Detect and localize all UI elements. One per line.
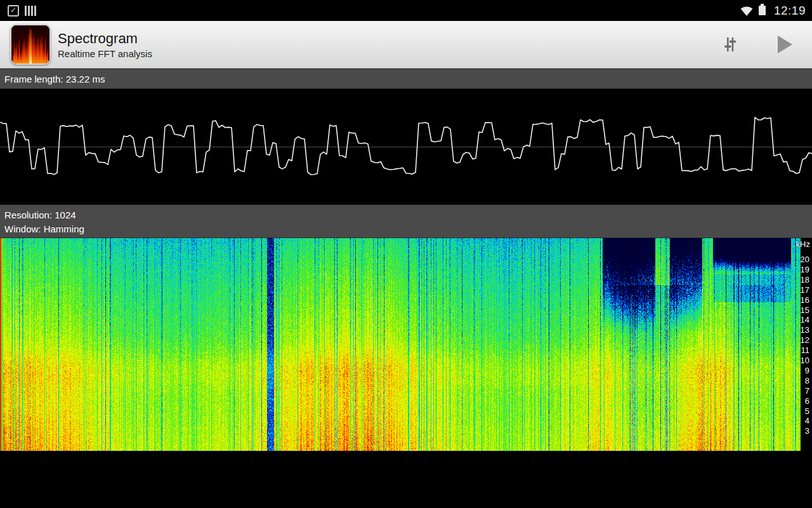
tune-icon bbox=[722, 36, 738, 53]
freq-tick-label: 19 bbox=[801, 265, 809, 274]
analysis-settings-bar: Resolution: 1024 Window: Hamming bbox=[0, 204, 812, 238]
freq-tick-label: 12 bbox=[801, 335, 809, 345]
resolution-label: Resolution: 1024 bbox=[4, 208, 812, 222]
freq-tick-label: 17 bbox=[801, 285, 809, 295]
check-notification-icon: ✓ bbox=[8, 5, 19, 17]
waveform-panel bbox=[0, 89, 812, 204]
freq-tick-label: 20 bbox=[801, 255, 809, 264]
freq-tick-label: 8 bbox=[805, 376, 809, 385]
spectrogram-panel: kHz 20191817161514131211109876543 bbox=[0, 238, 812, 451]
freq-tick-label: 16 bbox=[801, 295, 809, 305]
freq-tick-label: 10 bbox=[801, 356, 809, 365]
freq-tick-label: 13 bbox=[801, 325, 809, 335]
check-glyph: ✓ bbox=[10, 6, 16, 15]
play-icon bbox=[778, 36, 792, 53]
usage-bars-icon bbox=[25, 6, 36, 16]
app-titles: Spectrogram Realtime FFT analysis bbox=[58, 30, 152, 60]
app-icon-art bbox=[11, 25, 49, 64]
battery-icon bbox=[759, 6, 766, 15]
freq-tick-label: 6 bbox=[805, 396, 809, 406]
freq-tick-label: 7 bbox=[805, 386, 809, 396]
status-bar: ✓ 12:19 bbox=[0, 0, 812, 21]
wifi-icon bbox=[740, 5, 754, 17]
freq-tick-label: 9 bbox=[805, 366, 809, 375]
app-icon bbox=[10, 24, 51, 65]
status-time: 12:19 bbox=[774, 4, 806, 18]
window-label: Window: Hamming bbox=[4, 222, 812, 236]
freq-tick-label: 3 bbox=[805, 426, 809, 436]
frequency-scale: kHz 20191817161514131211109876543 bbox=[796, 238, 812, 451]
app-title: Spectrogram bbox=[58, 30, 152, 48]
waveform-plot bbox=[0, 89, 812, 204]
freq-tick-label: 5 bbox=[805, 406, 809, 416]
freq-tick-label: 14 bbox=[801, 315, 809, 324]
app-header: Spectrogram Realtime FFT analysis bbox=[0, 21, 812, 69]
status-system-icons: 12:19 bbox=[740, 4, 806, 18]
freq-tick-label: 4 bbox=[805, 416, 809, 425]
frame-length-label: Frame length: 23.22 ms bbox=[4, 74, 105, 84]
spectrogram-plot bbox=[0, 238, 801, 451]
freq-tick-label: 15 bbox=[801, 305, 809, 315]
tune-settings-button[interactable] bbox=[717, 30, 743, 59]
play-button[interactable] bbox=[771, 30, 798, 59]
bottom-panel bbox=[0, 451, 812, 508]
freq-tick-label: 11 bbox=[801, 345, 810, 355]
app-subtitle: Realtime FFT analysis bbox=[58, 48, 152, 60]
freq-unit-label: kHz bbox=[796, 239, 810, 249]
screen: ✓ 12:19 Spectrogram Realtime FFT analysi… bbox=[0, 0, 812, 508]
frame-length-bar: Frame length: 23.22 ms bbox=[0, 69, 812, 89]
status-notification-icons: ✓ bbox=[8, 5, 36, 17]
freq-tick-label: 18 bbox=[801, 275, 809, 284]
